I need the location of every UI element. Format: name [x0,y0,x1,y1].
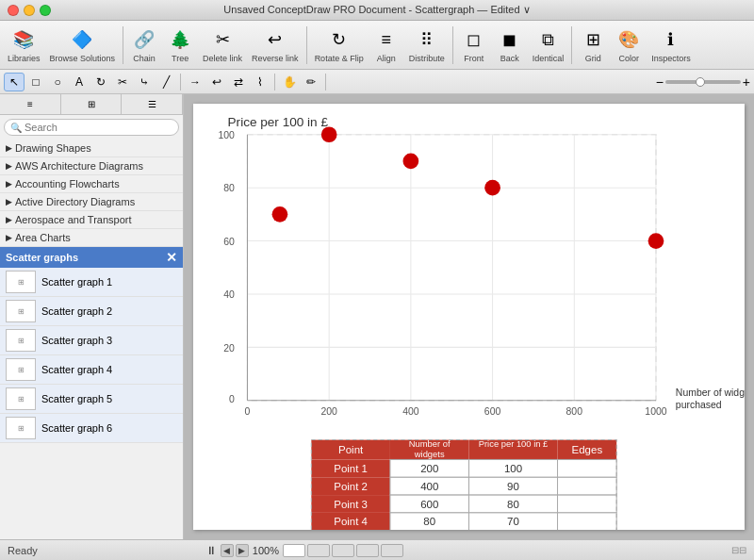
zoom-in-icon[interactable]: + [743,74,750,90]
data-point-5[interactable] [648,233,664,249]
zoom-thumb[interactable] [696,77,705,87]
delete-link-label: Delete link [203,54,242,63]
rotate-tool[interactable]: ↻ [90,73,111,91]
close-section-icon[interactable]: ✕ [166,250,177,265]
scatter-item-4[interactable]: ⊞ Scatter graph 4 [0,355,183,385]
toolbar-rotate-flip[interactable]: ↻ Rotate & Flip [311,25,368,65]
sidebar-item-scatter-graphs[interactable]: Scatter graphs ✕ [0,247,183,268]
scatter-item-2[interactable]: ⊞ Scatter graph 2 [0,297,183,326]
sidebar-tab-shapes[interactable]: ≡ [0,94,61,114]
page-navigation[interactable]: ◀ ▶ [221,544,249,557]
toolbar-reverse-link[interactable]: ↩ Reverse link [248,25,303,65]
select-tool[interactable]: ↖ [4,73,25,91]
zoom-slider[interactable] [665,80,741,84]
page-tab-1[interactable] [283,544,305,557]
distribute-icon: ⠿ [414,26,440,53]
svg-text:widgets: widgets [414,449,445,459]
toolbar-front[interactable]: ◻ Front [457,25,491,65]
minimize-button[interactable] [24,5,35,16]
sidebar-tab-grid[interactable]: ⊞ [61,94,123,114]
search-box[interactable]: 🔍 [4,119,179,136]
arrow-tool-1[interactable]: → [185,73,205,91]
data-point-4[interactable] [272,206,288,222]
scatter-item-6[interactable]: ⊞ Scatter graph 6 [0,414,183,443]
identical-icon: ⧉ [534,26,561,53]
search-input[interactable] [25,122,172,133]
connect-tool[interactable]: ⤷ [134,73,155,91]
scatter-item-1[interactable]: ⊞ Scatter graph 1 [0,268,183,297]
tree-icon: 🌲 [167,26,193,53]
align-label: Align [377,54,396,63]
toolbar-delete-link[interactable]: ✂ Delete link [199,25,246,65]
chevron-right-icon: ▶ [6,215,12,224]
statusbar-right: ⊟⊟ [731,545,746,555]
page-tab-4[interactable] [356,544,379,557]
canvas-content[interactable]: Price per 100 in £ 100 80 60 [193,104,745,530]
sidebar-item-aerospace[interactable]: ▶ Aerospace and Transport [0,211,183,229]
rectangle-tool[interactable]: □ [25,73,46,91]
pen-tool[interactable]: ✏ [301,73,321,91]
close-button[interactable] [8,5,19,16]
page-tab-2[interactable] [307,544,330,557]
text-tool[interactable]: A [69,73,90,91]
tools-separator-1 [180,74,181,91]
line-tool[interactable]: ╱ [156,73,176,91]
toolbar-separator-4 [571,26,572,64]
chevron-right-icon: ▶ [6,233,12,242]
svg-text:70: 70 [507,516,519,527]
active-section-label: Scatter graphs [6,252,78,263]
pan-tool[interactable]: ✋ [279,73,300,91]
toolbar-browse-solutions[interactable]: 🔷 Browse Solutions [46,25,120,65]
svg-text:200: 200 [320,406,337,417]
toolbar-back[interactable]: ◼ Back [493,25,527,65]
chain-icon: 🔗 [131,26,157,53]
zoom-control[interactable]: − + [656,74,750,90]
toolbar-distribute[interactable]: ⠿ Distribute [405,25,449,65]
page-tab-3[interactable] [332,544,354,557]
sidebar-item-accounting[interactable]: ▶ Accounting Flowcharts [0,175,183,193]
main-area: ≡ ⊞ ☰ 🔍 ▶ Drawing Shapes ▶ AWS Architect… [0,94,754,539]
crop-tool[interactable]: ✂ [112,73,133,91]
data-point-1[interactable] [321,126,337,142]
svg-text:0: 0 [245,406,251,417]
toolbar-inspectors[interactable]: ℹ Inspectors [647,25,695,65]
sidebar-item-area-charts[interactable]: ▶ Area Charts [0,229,183,247]
window-controls[interactable] [8,5,51,16]
sidebar-item-aws[interactable]: ▶ AWS Architecture Diagrams [0,157,183,175]
toolbar-chain[interactable]: 🔗 Chain [127,25,161,65]
scatter-item-5[interactable]: ⊞ Scatter graph 5 [0,385,183,414]
toolbar-separator-2 [306,26,307,64]
ellipse-tool[interactable]: ○ [47,73,68,91]
toolbar-color[interactable]: 🎨 Color [612,25,646,65]
data-point-3[interactable] [484,180,500,196]
tools-separator-2 [274,74,275,91]
canvas-scroll[interactable]: Price per 100 in £ 100 80 60 [184,94,754,539]
page-tab-5[interactable] [381,544,403,557]
pause-icon[interactable]: ⏸ [205,544,217,557]
toolbar-identical[interactable]: ⧉ Identical [529,25,568,65]
data-point-2[interactable] [403,154,419,170]
next-page-button[interactable]: ▶ [236,544,249,557]
prev-page-button[interactable]: ◀ [221,544,234,557]
titlebar: Unsaved ConceptDraw PRO Document - Scatt… [0,0,754,21]
sidebar-item-drawing-shapes[interactable]: ▶ Drawing Shapes [0,140,183,157]
toolbar-libraries[interactable]: 📚 Libraries [4,25,44,65]
sidebar-tab-list[interactable]: ☰ [122,94,183,114]
svg-text:90: 90 [507,481,519,492]
svg-text:purchased: purchased [676,400,722,410]
arrow-tool-3[interactable]: ⇄ [228,73,249,91]
connector-tool[interactable]: ⌇ [250,73,270,91]
toolbar-grid[interactable]: ⊞ Grid [576,25,610,65]
sidebar-item-active-directory[interactable]: ▶ Active Directory Diagrams [0,193,183,211]
arrow-tool-2[interactable]: ↩ [206,73,227,91]
toolbar-tree[interactable]: 🌲 Tree [163,25,197,65]
svg-rect-43 [558,459,617,477]
scatter-item-3[interactable]: ⊞ Scatter graph 3 [0,326,183,355]
sidebar-tabs: ≡ ⊞ ☰ [0,94,183,115]
toolbar-align[interactable]: ≡ Align [369,25,403,65]
zoom-out-icon[interactable]: − [656,74,664,90]
main-toolbar: 📚 Libraries 🔷 Browse Solutions 🔗 Chain 🌲… [0,21,754,70]
front-label: Front [464,54,484,63]
chevron-right-icon: ▶ [6,197,12,206]
maximize-button[interactable] [40,5,51,16]
